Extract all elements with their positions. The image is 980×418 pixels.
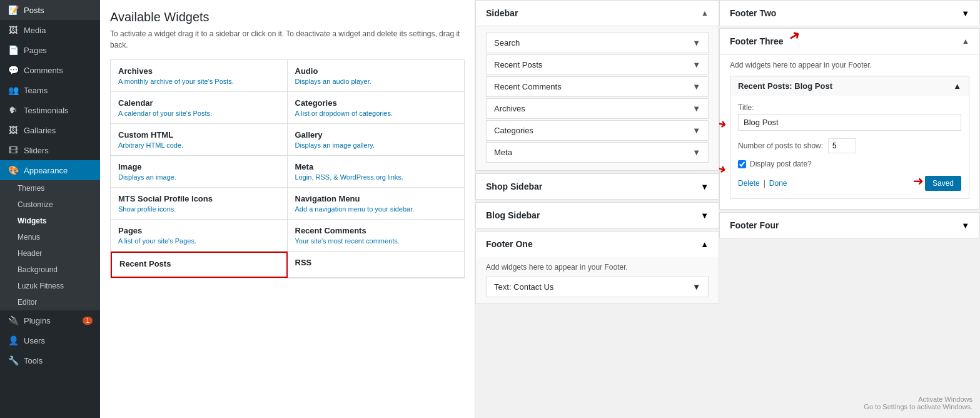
widget-custom-html[interactable]: Custom HTML Arbitrary HTML code. xyxy=(111,124,288,156)
widget-card-header-recent-posts[interactable]: Recent Posts: Blog Post ▲ xyxy=(730,76,969,96)
footer-one-toggle[interactable]: Footer One ▲ xyxy=(476,232,719,257)
widget-archives[interactable]: Archives A monthly archive of your site'… xyxy=(111,60,288,92)
plugins-icon: 🔌 xyxy=(8,315,19,325)
title-form-row: Title: ➜ xyxy=(738,103,961,131)
footer-panels: Footer Two ▼ Footer Three ➜ ▲ Add widget… xyxy=(719,0,980,418)
saved-button[interactable]: Saved xyxy=(925,176,961,191)
available-widgets-title: Available Widgets xyxy=(110,10,465,24)
sidebar-item-label: Pages xyxy=(24,46,47,55)
sidebar-widget-archives[interactable]: Archives ▼ xyxy=(486,98,709,119)
sidebar-item-label: Testimonials xyxy=(24,106,69,115)
footer-three-area: Footer Three ➜ ▲ Add widgets here to app… xyxy=(719,28,980,210)
widget-pages[interactable]: Pages A list of your site's Pages. xyxy=(111,220,288,252)
sidebar-item-comments[interactable]: 💬 Comments xyxy=(0,60,100,80)
widget-card-body: Title: ➜ Number of posts to show: ➜ xyxy=(730,96,969,198)
red-arrow-saved: ➜ xyxy=(913,173,924,188)
widget-mts-social[interactable]: MTS Social Profile Icons Show profile ic… xyxy=(111,188,288,220)
widget-actions: Delete | Done ➜ Saved xyxy=(738,176,961,191)
sidebar-item-posts[interactable]: 📝 Posts xyxy=(0,0,100,20)
done-link[interactable]: Done xyxy=(769,179,787,188)
footer-two-toggle[interactable]: Footer Two ▼ xyxy=(720,1,979,26)
widget-image[interactable]: Image Displays an image. xyxy=(111,156,288,188)
posts-count-row: Number of posts to show: xyxy=(738,138,961,153)
sidebar-item-users[interactable]: 👤 Users xyxy=(0,330,100,350)
sidebar-item-gallaries[interactable]: 🖼 Gallaries xyxy=(0,120,100,140)
footer-one-widget-text[interactable]: Text: Contact Us ▼ xyxy=(486,277,709,297)
footer-three-content: Add widgets here to appear in your Foote… xyxy=(720,54,979,209)
shop-sidebar-area: Shop Sidebar ▼ xyxy=(475,173,719,200)
sidebar-widget-area: Sidebar ▲ Search ▼ Recent Posts ▼ Recent… xyxy=(475,0,719,171)
widget-gallery[interactable]: Gallery Displays an image gallery. xyxy=(288,124,465,156)
chevron-up-icon: ▲ xyxy=(953,81,961,91)
red-arrow-footer-three: ➜ xyxy=(786,26,804,46)
blog-sidebar-toggle[interactable]: Blog Sidebar ▼ xyxy=(476,203,719,228)
sidebar-item-testimonials[interactable]: 🗣 Testimonials xyxy=(0,100,100,120)
footer-one-title: Footer One xyxy=(486,239,533,249)
sidebar-item-plugins[interactable]: 🔌 Plugins 1 xyxy=(0,310,100,330)
display-date-label: Display post date? xyxy=(750,160,812,168)
footer-four-toggle[interactable]: Footer Four ▼ xyxy=(720,213,979,238)
chevron-down-icon: ▼ xyxy=(692,126,700,135)
shop-sidebar-toggle[interactable]: Shop Sidebar ▼ xyxy=(476,174,719,199)
sidebar-item-media[interactable]: 🖼 Media xyxy=(0,20,100,40)
widget-recent-posts[interactable]: Recent Posts xyxy=(111,252,288,278)
sidebar-widget-recent-comments[interactable]: Recent Comments ▼ xyxy=(486,76,709,97)
widget-rss[interactable]: RSS xyxy=(288,252,465,278)
comments-icon: 💬 xyxy=(8,65,19,75)
sidebar-item-themes[interactable]: Themes xyxy=(0,180,100,196)
sidebar-item-header[interactable]: Header xyxy=(0,245,100,262)
footer-two-area: Footer Two ▼ xyxy=(719,0,980,26)
chevron-down-icon: ▼ xyxy=(692,148,700,157)
chevron-up-icon: ▲ xyxy=(701,9,709,18)
red-arrow-title: ➜ xyxy=(719,116,728,133)
sidebar-item-editor[interactable]: Editor xyxy=(0,294,100,310)
delete-link[interactable]: Delete xyxy=(738,179,760,188)
sidebar-item-sliders[interactable]: 🎞 Sliders xyxy=(0,140,100,160)
chevron-down-icon: ▼ xyxy=(692,82,700,91)
widget-recent-comments[interactable]: Recent Comments Your site's most recent … xyxy=(288,220,465,252)
sidebar-widget-categories[interactable]: Categories ▼ xyxy=(486,120,709,141)
sidebar-item-menus[interactable]: Menus xyxy=(0,229,100,245)
tools-icon: 🔧 xyxy=(8,355,19,365)
footer-two-title: Footer Two xyxy=(730,8,776,18)
title-input[interactable] xyxy=(738,114,961,131)
widget-audio[interactable]: Audio Displays an audio player. xyxy=(288,60,465,92)
chevron-down-icon: ▼ xyxy=(692,282,700,292)
posts-count-input[interactable] xyxy=(828,138,856,153)
widgets-instructions: To activate a widget drag it to a sideba… xyxy=(110,28,465,51)
chevron-down-icon: ▼ xyxy=(961,221,969,230)
sidebar-item-background[interactable]: Background xyxy=(0,262,100,278)
widget-card-title: Recent Posts: Blog Post xyxy=(738,81,832,91)
sidebar-item-label: Media xyxy=(24,26,46,35)
sidebar-widget-search[interactable]: Search ▼ xyxy=(486,33,709,53)
display-date-checkbox[interactable] xyxy=(738,160,746,168)
footer-one-content: Add widgets here to appear in your Foote… xyxy=(476,257,719,303)
appearance-submenu: Themes Customize Widgets Menus Header Ba… xyxy=(0,180,100,310)
gallaries-icon: 🖼 xyxy=(8,125,19,135)
sidebar-item-label: Teams xyxy=(24,86,48,95)
pages-icon: 📄 xyxy=(8,45,19,55)
sidebar-item-luzuk-fitness[interactable]: Luzuk Fitness xyxy=(0,278,100,294)
posts-icon: 📝 xyxy=(8,5,19,15)
widget-categories[interactable]: Categories A list or dropdown of categor… xyxy=(288,92,465,124)
sidebar-item-teams[interactable]: 👥 Teams xyxy=(0,80,100,100)
sidebar-item-label: Tools xyxy=(24,356,43,365)
footer-three-widget-card: Recent Posts: Blog Post ▲ Title: ➜ xyxy=(730,76,969,199)
sidebar-item-widgets[interactable]: Widgets xyxy=(0,213,100,229)
sidebar-item-tools[interactable]: 🔧 Tools xyxy=(0,350,100,370)
sidebar-widget-recent-posts[interactable]: Recent Posts ▼ xyxy=(486,54,709,75)
sidebar-item-appearance[interactable]: 🎨 Appearance xyxy=(0,160,100,180)
footer-three-toggle[interactable]: Footer Three ➜ ▲ xyxy=(720,29,979,54)
plugins-badge: 1 xyxy=(83,317,93,325)
widget-meta[interactable]: Meta Login, RSS, & WordPress.org links. xyxy=(288,156,465,188)
sidebar-item-customize[interactable]: Customize xyxy=(0,196,100,213)
sidebar-widget-meta[interactable]: Meta ▼ xyxy=(486,142,709,163)
widget-navigation-menu[interactable]: Navigation Menu Add a navigation menu to… xyxy=(288,188,465,220)
display-date-row: ➜ Display post date? xyxy=(738,160,961,168)
sidebar-item-label: Users xyxy=(24,336,45,345)
sidebar-section-toggle[interactable]: Sidebar ▲ xyxy=(476,1,719,26)
sidebar-item-label: Comments xyxy=(24,66,63,75)
sidebar-item-pages[interactable]: 📄 Pages xyxy=(0,40,100,60)
widget-calendar[interactable]: Calendar A calendar of your site's Posts… xyxy=(111,92,288,124)
blog-sidebar-area: Blog Sidebar ▼ xyxy=(475,202,719,228)
